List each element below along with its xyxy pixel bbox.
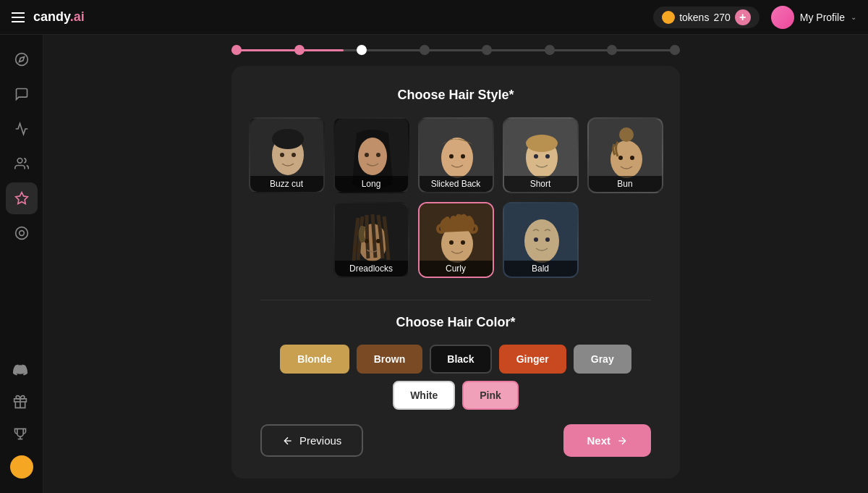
hairstyle-buzz-cut[interactable]: Buzz cut: [249, 117, 325, 193]
divider: [260, 300, 651, 300]
main-card: Choose Hair Style*: [231, 66, 680, 479]
progress-dots: [231, 45, 680, 55]
avatar: [771, 6, 794, 29]
haircolor-row-2: White Pink: [260, 381, 651, 410]
coin-badge: [4, 450, 39, 484]
hairstyle-bun[interactable]: Bun: [587, 117, 663, 193]
sidebar-item-create[interactable]: [6, 182, 38, 214]
svg-point-15: [376, 153, 380, 157]
progress-dot-1: [231, 45, 242, 55]
svg-point-29: [630, 156, 634, 160]
svg-point-14: [365, 153, 369, 157]
dreadlocks-label: Dreadlocks: [335, 261, 408, 277]
haircolor-row-1: Blonde Brown Black Ginger Gray: [260, 345, 651, 374]
hairstyle-title: Choose Hair Style*: [260, 88, 651, 103]
svg-point-24: [545, 154, 550, 159]
svg-point-11: [292, 153, 296, 157]
sidebar-item-integrations[interactable]: [6, 217, 38, 249]
topnav-right: tokens 270 + My Profile ⌄: [653, 6, 856, 29]
hairstyle-curly[interactable]: Curly: [418, 202, 494, 278]
hairstyle-short[interactable]: Short: [503, 117, 579, 193]
sidebar-bottom: [4, 354, 39, 484]
main-layout: Choose Hair Style*: [0, 35, 868, 493]
svg-point-42: [534, 237, 538, 242]
sidebar-item-community[interactable]: [6, 148, 38, 180]
progress-dot-4: [420, 45, 430, 55]
progress-track: [231, 49, 680, 51]
long-label: Long: [335, 176, 408, 192]
progress-dot-5: [482, 45, 492, 55]
svg-point-19: [461, 154, 465, 159]
progress-dot-6: [545, 45, 555, 55]
hairstyle-row-1: Buzz cut: [249, 117, 663, 193]
hairstyle-bald[interactable]: Bald: [503, 202, 579, 278]
topnav-left: candy.ai: [12, 9, 85, 25]
logo: candy.ai: [33, 9, 85, 25]
progress-bar-container: [231, 49, 680, 51]
hairstyle-long[interactable]: Long: [333, 117, 409, 193]
sidebar-item-trophy[interactable]: [4, 418, 36, 450]
svg-point-33: [376, 239, 380, 243]
sidebar-item-activity[interactable]: [6, 113, 38, 145]
hairstyle-dreadlocks[interactable]: Dreadlocks: [333, 202, 409, 278]
color-blonde-button[interactable]: Blonde: [280, 345, 349, 374]
svg-point-10: [280, 153, 284, 157]
topnav: candy.ai tokens 270 + My Profile ⌄: [0, 0, 868, 35]
svg-point-18: [449, 154, 454, 159]
bun-label: Bun: [589, 176, 662, 192]
bald-label: Bald: [504, 261, 577, 277]
sidebar-item-discord[interactable]: [4, 354, 36, 386]
buzz-cut-label: Buzz cut: [250, 176, 323, 192]
short-label: Short: [504, 176, 577, 192]
progress-dot-3: [357, 45, 367, 55]
svg-point-0: [15, 54, 27, 66]
arrow-right-icon: [616, 435, 628, 447]
svg-point-38: [449, 240, 454, 245]
sidebar-item-explore[interactable]: [6, 43, 38, 75]
token-coin-icon: [662, 11, 675, 24]
color-gray-button[interactable]: Gray: [574, 345, 631, 374]
color-ginger-button[interactable]: Ginger: [499, 345, 566, 374]
svg-point-1: [17, 159, 22, 164]
haircolor-grid: Blonde Brown Black Ginger Gray White Pin…: [260, 345, 651, 410]
svg-point-9: [272, 129, 304, 149]
navigation-buttons: Previous Next: [260, 424, 651, 457]
menu-button[interactable]: [12, 12, 25, 22]
svg-point-13: [358, 138, 387, 175]
color-black-button[interactable]: Black: [430, 345, 491, 374]
hairstyle-slicked-back[interactable]: Slicked Back: [418, 117, 494, 193]
curly-label: Curly: [420, 261, 493, 277]
color-brown-button[interactable]: Brown: [357, 345, 423, 374]
previous-label: Previous: [299, 434, 341, 447]
color-pink-button[interactable]: Pink: [462, 381, 519, 410]
profile-label: My Profile: [800, 12, 845, 23]
hairstyle-row-2: Dreadlocks: [333, 202, 579, 278]
sidebar-item-chat[interactable]: [6, 78, 38, 110]
svg-point-3: [19, 231, 24, 236]
svg-point-23: [534, 154, 538, 159]
profile-button[interactable]: My Profile ⌄: [771, 6, 856, 29]
next-button[interactable]: Next: [563, 424, 651, 457]
svg-point-39: [461, 240, 465, 245]
haircolor-title: Choose Hair Color*: [260, 315, 651, 330]
svg-point-41: [524, 219, 559, 263]
svg-point-43: [545, 237, 550, 242]
tokens-badge: tokens 270 +: [653, 7, 760, 28]
next-label: Next: [587, 434, 610, 447]
color-white-button[interactable]: White: [393, 381, 455, 410]
svg-point-28: [618, 156, 623, 160]
hairstyle-grid: Buzz cut: [260, 117, 651, 278]
previous-button[interactable]: Previous: [260, 424, 363, 457]
add-tokens-button[interactable]: +: [735, 9, 751, 25]
main-content: Choose Hair Style*: [43, 35, 868, 493]
sidebar-item-gift[interactable]: [4, 386, 36, 418]
svg-point-2: [15, 227, 27, 240]
svg-point-22: [526, 135, 558, 152]
svg-point-17: [441, 138, 473, 178]
progress-dot-7: [607, 45, 617, 55]
arrow-left-icon: [282, 435, 294, 447]
coin-icon: [10, 455, 33, 479]
progress-dot-2: [294, 45, 305, 55]
progress-dot-8: [670, 45, 680, 55]
tokens-label: tokens: [679, 12, 709, 23]
